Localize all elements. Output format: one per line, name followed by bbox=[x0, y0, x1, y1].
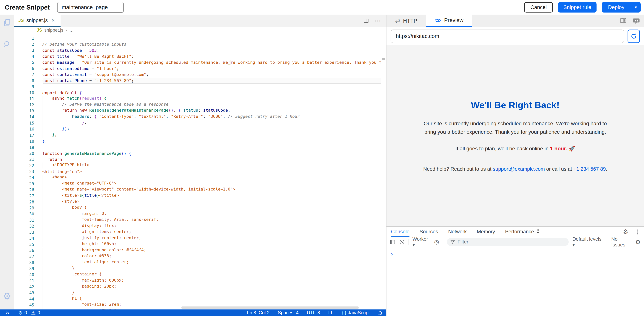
code-line[interactable]: 43} bbox=[14, 290, 381, 296]
code-line[interactable]: 4const title = "We'll Be Right Back!"; bbox=[14, 53, 381, 59]
devtools-tab-console[interactable]: Console bbox=[391, 227, 410, 237]
encoding-setting[interactable]: UTF-8 bbox=[307, 310, 320, 315]
split-editor-icon[interactable] bbox=[363, 18, 369, 24]
console-filter[interactable] bbox=[447, 238, 568, 246]
code-line[interactable]: 1 bbox=[14, 35, 381, 41]
code-line[interactable]: 3const statusCode = 503; bbox=[14, 47, 381, 53]
console-sidebar-toggle-icon[interactable] bbox=[390, 239, 396, 245]
code-line[interactable]: 17}, bbox=[14, 132, 381, 138]
tab-snippet-js[interactable]: JS snippet.js × bbox=[14, 15, 60, 27]
warnings-icon: ⚠ bbox=[31, 310, 36, 316]
code-line[interactable]: 37color: #333; bbox=[14, 253, 381, 259]
devtools-kebab-icon[interactable]: ⋮ bbox=[635, 228, 640, 235]
code-line[interactable]: 29body { bbox=[14, 205, 381, 211]
remote-indicator-icon[interactable] bbox=[5, 310, 10, 315]
code-line[interactable]: 12// Serve the maintenance page as a res… bbox=[14, 102, 381, 108]
code-line[interactable]: 40.container { bbox=[14, 272, 381, 278]
cancel-button[interactable]: Cancel bbox=[524, 2, 553, 13]
code-line[interactable]: 2// Define your customizable inputs bbox=[14, 41, 381, 47]
code-line[interactable]: 6const estimatedTime = "1 hour"; bbox=[14, 66, 381, 71]
code-line[interactable]: 10export default { bbox=[14, 90, 381, 96]
clear-console-icon[interactable] bbox=[399, 239, 405, 245]
code-line[interactable]: 13return new Response(generateMaintenanc… bbox=[14, 108, 381, 114]
context-selector[interactable]: Worker ▾ bbox=[412, 236, 430, 248]
code-line[interactable]: 39} bbox=[14, 266, 381, 272]
code-line[interactable]: 31font-family: Arial, sans-serif; bbox=[14, 217, 381, 223]
language-mode[interactable]: { } JavaScript bbox=[342, 310, 370, 315]
live-expression-icon[interactable]: ◎ bbox=[434, 239, 439, 245]
code-line[interactable]: 21 return ` bbox=[14, 157, 381, 162]
line-number: 2 bbox=[14, 42, 42, 47]
code-line[interactable]: 16}); bbox=[14, 126, 381, 132]
cursor-position[interactable]: Ln 8, Col 2 bbox=[247, 310, 270, 315]
code-line[interactable]: 34justify-content: center; bbox=[14, 235, 381, 241]
close-tab-icon[interactable]: × bbox=[52, 17, 55, 24]
problems-indicator[interactable]: ⊗ 0 ⚠ 0 bbox=[18, 310, 40, 316]
snippet-rule-button[interactable]: Snippet rule bbox=[558, 2, 596, 13]
code-line[interactable]: 23<html lang="en"> bbox=[14, 169, 381, 175]
editor-more-actions-icon[interactable]: ⋯ bbox=[374, 17, 381, 25]
chevron-right-icon: › bbox=[66, 28, 67, 33]
code-line[interactable]: 28<style> bbox=[14, 199, 381, 205]
horizontal-scrollbar[interactable] bbox=[181, 306, 359, 309]
deploy-dropdown-button[interactable]: ▾ bbox=[631, 2, 641, 13]
code-line[interactable]: 20function generateMaintenancePage() { bbox=[14, 150, 381, 156]
chevron-down-icon: ▾ bbox=[412, 242, 415, 247]
url-input[interactable] bbox=[390, 30, 624, 43]
rocket-emoji: 🚀 bbox=[569, 146, 575, 151]
issues-counter[interactable]: No Issues bbox=[611, 236, 631, 248]
phone-link[interactable]: +1 234 567 89 bbox=[573, 166, 606, 172]
line-number: 22 bbox=[14, 163, 42, 168]
support-email-link[interactable]: support@example.com bbox=[493, 166, 545, 172]
deploy-button[interactable]: Deploy bbox=[602, 2, 631, 13]
console-prompt-chevron[interactable]: › bbox=[386, 247, 644, 257]
code-line[interactable]: 18}; bbox=[14, 138, 381, 144]
code-line[interactable]: 8const contactPhone = "+1 234 567 89"; bbox=[14, 78, 381, 84]
files-icon[interactable] bbox=[2, 18, 12, 27]
devtools-tab-network[interactable]: Network bbox=[448, 227, 467, 237]
code-line[interactable]: 14headers: { "Content-Type": "text/html"… bbox=[14, 114, 381, 120]
code-editor-panel: JS snippet.js × ⋯ JS snippet.js › … 12//… bbox=[14, 15, 386, 309]
breadcrumb[interactable]: JS snippet.js › … bbox=[14, 27, 386, 33]
code-line[interactable]: 27<title>${title}</title> bbox=[14, 193, 381, 199]
code-line[interactable]: 30margin: 0; bbox=[14, 211, 381, 217]
log-levels-dropdown[interactable]: Default levels ▾ bbox=[572, 236, 602, 248]
docs-book-icon[interactable] bbox=[620, 18, 627, 24]
code-line[interactable]: 42padding: 20px; bbox=[14, 284, 381, 290]
code-line[interactable]: 33align-items: center; bbox=[14, 229, 381, 235]
console-settings-icon[interactable]: ⚙ bbox=[635, 238, 641, 245]
tab-http[interactable]: ⇄ HTTP bbox=[386, 15, 426, 27]
settings-gear-icon[interactable]: ⚙ bbox=[2, 292, 12, 301]
filter-input[interactable] bbox=[458, 239, 565, 245]
code-line[interactable]: 44h1 { bbox=[14, 296, 381, 302]
notifications-bell-icon[interactable] bbox=[378, 310, 383, 315]
code-line[interactable]: 15}, bbox=[14, 120, 381, 126]
devtools-tab-memory[interactable]: Memory bbox=[477, 227, 495, 237]
code-line[interactable]: 36background-color: #f4f4f4; bbox=[14, 247, 381, 253]
code-line[interactable]: 22<!DOCTYPE html> bbox=[14, 162, 381, 168]
code-line[interactable]: 41max-width: 600px; bbox=[14, 278, 381, 284]
tab-preview[interactable]: Preview bbox=[426, 15, 472, 27]
search-icon[interactable] bbox=[2, 40, 12, 49]
code-line[interactable]: 32display: flex; bbox=[14, 223, 381, 229]
eol-setting[interactable]: LF bbox=[328, 310, 334, 315]
code-line[interactable]: 11async fetch(request) { bbox=[14, 96, 381, 102]
code-line[interactable]: 35height: 100vh; bbox=[14, 241, 381, 247]
code-line[interactable]: 25<meta charset="UTF-8"> bbox=[14, 181, 381, 187]
devtools-tab-performance[interactable]: Performance bbox=[505, 227, 540, 237]
code-line[interactable]: 9 bbox=[14, 84, 381, 90]
code-line[interactable]: 5const message = "Our site is currently … bbox=[14, 60, 381, 66]
code-line[interactable]: 26<meta name="viewport" content="width=d… bbox=[14, 187, 381, 193]
code-lines[interactable]: 12// Define your customizable inputs3con… bbox=[14, 33, 381, 309]
indentation-setting[interactable]: Spaces: 4 bbox=[278, 310, 298, 315]
code-line[interactable]: 38text-align: center; bbox=[14, 259, 381, 265]
code-line[interactable]: 24<head> bbox=[14, 175, 381, 181]
code-line[interactable]: 19 bbox=[14, 144, 381, 150]
devtools-tab-sources[interactable]: Sources bbox=[420, 227, 438, 237]
code-line[interactable]: 7const contactEmail = "support@example.c… bbox=[14, 72, 381, 78]
snippet-name-input[interactable] bbox=[57, 2, 124, 13]
reload-button[interactable] bbox=[628, 30, 640, 43]
line-number: 44 bbox=[14, 297, 42, 301]
devtools-settings-icon[interactable]: ⚙ bbox=[623, 228, 628, 235]
discord-icon[interactable] bbox=[633, 18, 640, 24]
